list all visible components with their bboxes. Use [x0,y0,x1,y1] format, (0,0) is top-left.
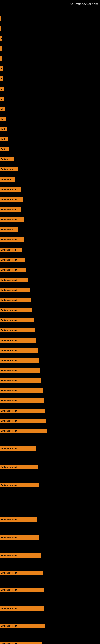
bar-label: Bottleneck result [1,625,17,627]
bar-label: Bottleneck result [1,218,17,221]
bar-row [0,26,1,30]
bar-row: Bott [0,137,8,141]
bar-label: Bottlenec [1,158,10,160]
bar-row: Bottleneck result [0,308,32,312]
bar-label: Bottleneck result [1,607,17,610]
bar-label: Bottleneck result [1,390,17,392]
bar-label: B [1,68,2,70]
bar-row: Bottleneck result [0,278,28,282]
bar-row: Bottleneck result [0,606,44,610]
bar-label: Bottleneck result [1,349,17,352]
bar-row: Bottleneck result [0,518,37,522]
bar-row: Bottleneck re [0,167,18,172]
bar-row: Bottleneck result [0,642,42,644]
bar-label: Bottleneck re [1,168,13,170]
bar-label: Bottleneck result [1,589,17,591]
bar-label: Bottleneck result [1,466,17,468]
bar-label: Bottleneck result [1,400,17,402]
bar-row: Bottleneck result [0,197,23,202]
bar-label: Bottleneck result [1,360,17,362]
bar-row: Bottleneck re [0,228,18,232]
bar-label: Bottleneck [1,178,11,180]
bar-row: B [0,76,3,81]
bar-row: Bottleneck result [0,288,30,292]
bar-label: Bottleneck result [1,239,17,241]
bar-row: Bottleneck resu [0,207,21,212]
bar-label: Bottleneck result [1,279,17,281]
bar-label: Bott [1,138,5,140]
bar-label: Bottleneck result [1,572,17,574]
bar-label: Bottleneck result [1,269,17,271]
bar-row: Bottleneck result [0,348,38,352]
bar-row: Bottleneck result [0,554,41,558]
bar-row: E [0,36,1,41]
bar-row: Bottleneck result [0,358,39,363]
bar-row: B [0,66,3,71]
bar-label: Bottleneck result [1,319,17,322]
bar-row: Bottleneck result [0,217,24,222]
bar-row: Bottleneck result [0,408,45,413]
bar-label: Bottleneck result [1,536,17,539]
bar-row: Bottleneck result [0,368,40,373]
bar-row: Bottleneck result [0,588,44,592]
bar-row: Bottleneck result [0,298,31,302]
bar-label: Bottleneck result [1,420,17,422]
bar-label: Bottleneck result [1,410,17,412]
bar-row: Bott [0,147,9,151]
bar-label: Bo [1,108,3,110]
bar-label: B [1,88,2,90]
bar-label: Bottleneck result [1,430,17,432]
bar-label: Bottleneck result [1,448,17,450]
bar-row: Bottleneck [0,177,15,182]
bar-label: Bottleneck result [1,259,17,261]
bar-label: Bottleneck result [1,370,17,372]
bar-label: E [1,38,1,40]
bar-row: Bottleneck result [0,268,26,272]
bar-label: B [1,98,2,100]
bar-row: E [0,46,2,51]
bar-row: Bottleneck result [0,328,35,332]
bar-row: Bottleneck result [0,465,38,469]
bar-row: Bottleneck result [0,258,25,262]
bar-row: Bottleneck result [0,446,36,450]
bar-label: Bott [1,128,5,130]
bar-label: Bottleneck result [1,555,17,557]
bar-row [0,16,1,20]
bar-row: Bottleneck result [0,483,39,488]
bar-row: Bo [0,117,6,121]
bar-row: Bottleneck resu [0,187,21,192]
bar-label: Bottleneck resu [1,208,16,211]
bar-label: Bottleneck result [1,339,17,342]
bar-row: Bottleneck result [0,624,45,628]
bar-label: Bottleneck result [1,643,17,644]
bar-row: Bo [0,107,5,111]
bar-label: Bottleneck result [1,309,17,311]
bar-row: Bottleneck result [0,338,36,342]
bar-row: Bottleneck result [0,238,24,242]
bar-label: B [1,78,2,80]
bar-label: Bottleneck result [1,518,17,521]
bar-label: Bottleneck result [1,484,17,486]
bar-row: Bottleneck result [0,398,44,403]
bar-row: Bottleneck result [0,429,47,433]
site-title: TheBottlenecker.com [68,1,98,8]
bar-label: E [1,48,2,50]
bar-row: Bott [0,127,7,131]
bar-row: Bottleneck result [0,378,41,383]
bar-label: Bottleneck re [1,228,13,231]
bar-row: Bottleneck resu [0,248,22,252]
bar-row: B [0,96,4,101]
bar-label: Bottleneck resu [1,188,16,190]
bar-label: Bottleneck result [1,329,17,332]
bar-label: Bo [1,118,3,120]
bar-label: Bott [1,148,5,150]
bar-row: B [0,86,3,91]
bar-label: Bottleneck result [1,289,17,291]
bar-label: Bottleneck result [1,299,17,301]
bar-label: Bottleneck result [1,198,17,201]
bar-row: Bottleneck result [0,418,46,423]
bar-row: Bottlenec [0,157,14,162]
bar-label: E [1,58,2,60]
bar-row: Bottleneck result [0,570,43,575]
bar-row: Bottleneck result [0,318,34,322]
